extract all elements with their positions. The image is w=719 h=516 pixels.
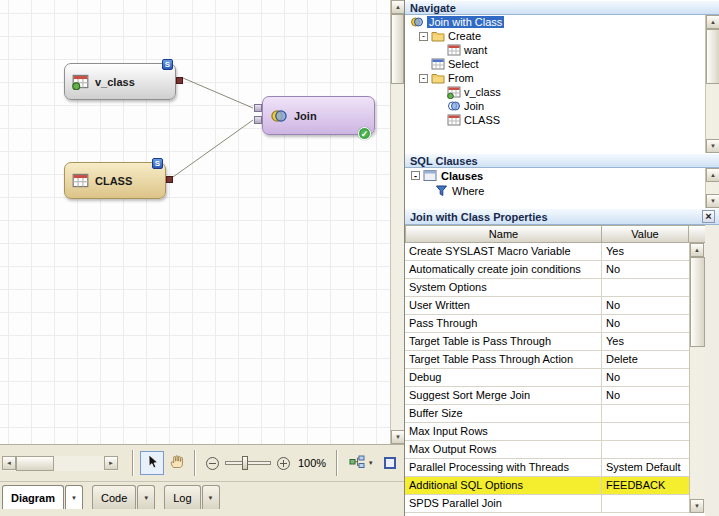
scroll-up-icon[interactable] (706, 15, 719, 29)
property-value[interactable]: Yes (602, 243, 689, 260)
table-icon (447, 113, 461, 127)
table-row[interactable]: Max Input Rows (405, 423, 689, 441)
table-row[interactable]: Target Table is Pass Through Yes (405, 333, 689, 351)
table-row[interactable]: Pass Through No (405, 315, 689, 333)
pan-tool-button[interactable] (164, 451, 188, 475)
output-port[interactable] (176, 77, 183, 84)
property-value[interactable]: Yes (602, 333, 689, 350)
tree-item-create[interactable]: Create (405, 29, 705, 43)
scrollbar-track[interactable] (16, 456, 104, 471)
tree-item-label: From (448, 72, 474, 84)
table-row[interactable]: Parallel Processing with Threads System … (405, 459, 689, 477)
collapse-icon[interactable] (411, 171, 420, 180)
scroll-down-icon[interactable] (706, 139, 719, 153)
canvas-horizontal-scrollbar[interactable] (2, 456, 118, 471)
properties-scrollbar[interactable] (689, 243, 705, 513)
hand-icon (169, 454, 184, 472)
table-row[interactable]: Debug No (405, 369, 689, 387)
scroll-down-icon[interactable] (706, 194, 719, 208)
scrollbar-thumb[interactable] (391, 14, 404, 84)
table-row-highlighted[interactable]: Additional SQL Options FEEDBACK (405, 477, 689, 495)
output-port[interactable] (166, 176, 173, 183)
node-join[interactable]: Join (262, 96, 375, 135)
table-row[interactable]: Create SYSLAST Macro Variable Yes (405, 243, 689, 261)
scrollbar-track[interactable] (391, 14, 404, 430)
tab-code[interactable]: Code (92, 485, 136, 509)
property-value[interactable] (602, 405, 689, 422)
table-row[interactable]: Buffer Size (405, 405, 689, 423)
scroll-down-icon[interactable] (690, 499, 704, 513)
tree-item-where[interactable]: Where (405, 183, 705, 198)
sql-clauses-scrollbar[interactable] (705, 168, 719, 208)
scroll-up-icon[interactable] (690, 243, 704, 257)
property-value[interactable]: No (602, 261, 689, 278)
tree-item-class[interactable]: CLASS (405, 113, 705, 127)
property-value[interactable]: System Default (602, 459, 689, 476)
property-value[interactable]: No (602, 369, 689, 386)
tab-diagram-menu[interactable] (65, 485, 83, 509)
scrollbar-track[interactable] (706, 182, 719, 194)
column-header-name[interactable]: Name (405, 225, 602, 243)
tab-log[interactable]: Log (164, 485, 200, 509)
tree-item-want[interactable]: want (405, 43, 705, 57)
canvas-toolbar: 100% (0, 444, 404, 481)
canvas-vertical-scrollbar[interactable] (390, 0, 404, 444)
node-class[interactable]: CLASS S (64, 162, 166, 199)
scroll-left-icon[interactable] (2, 456, 16, 470)
property-value[interactable]: No (602, 387, 689, 404)
tree-item-from[interactable]: From (405, 71, 705, 85)
property-name: Target Table Pass Through Action (405, 351, 602, 368)
collapse-icon[interactable] (419, 74, 428, 83)
property-value[interactable] (602, 279, 689, 296)
node-v-class[interactable]: v_class S (64, 63, 176, 100)
zoom-slider[interactable] (225, 461, 271, 465)
property-value[interactable]: Delete (602, 351, 689, 368)
scrollbar-thumb[interactable] (706, 29, 719, 84)
table-row[interactable]: Target Table Pass Through Action Delete (405, 351, 689, 369)
tab-log-menu[interactable] (202, 485, 220, 509)
property-value[interactable] (602, 441, 689, 458)
tree-item-select[interactable]: Select (405, 57, 705, 71)
scrollbar-thumb[interactable] (16, 456, 54, 471)
table-row[interactable]: Max Output Rows (405, 441, 689, 459)
input-port-2[interactable] (254, 116, 262, 124)
navigate-scrollbar[interactable] (705, 15, 719, 153)
zoom-slider-thumb[interactable] (242, 456, 248, 470)
zoom-out-button[interactable] (206, 457, 219, 470)
property-value[interactable]: FEEDBACK (602, 477, 689, 494)
table-row[interactable]: Automatically create join conditions No (405, 261, 689, 279)
tree-item-clauses[interactable]: Clauses (405, 168, 705, 183)
table-row[interactable]: System Options (405, 279, 689, 297)
column-header-value[interactable]: Value (602, 225, 689, 243)
property-value[interactable] (602, 423, 689, 440)
property-value[interactable]: No (602, 315, 689, 332)
input-port-1[interactable] (254, 104, 262, 112)
tree-item-join[interactable]: Join (405, 99, 705, 113)
close-icon[interactable] (702, 210, 715, 223)
table-row[interactable]: Suggest Sort Merge Join No (405, 387, 689, 405)
chevron-down-icon (368, 460, 374, 466)
tree-item-v-class[interactable]: v_class (405, 85, 705, 99)
table-row[interactable]: SPDS Parallel Join (405, 495, 689, 513)
scroll-down-icon[interactable] (391, 430, 405, 444)
scroll-up-icon[interactable] (706, 168, 719, 182)
select-grid-icon (431, 57, 445, 71)
collapse-icon[interactable] (419, 32, 428, 41)
property-value[interactable] (602, 495, 689, 512)
scroll-right-icon[interactable] (104, 456, 118, 470)
select-tool-button[interactable] (140, 451, 164, 475)
auto-layout-button[interactable] (344, 451, 378, 475)
tab-diagram[interactable]: Diagram (2, 485, 64, 509)
scroll-up-icon[interactable] (391, 0, 405, 14)
diagram-canvas[interactable]: v_class S CLASS S (0, 0, 390, 444)
overview-button[interactable] (378, 451, 402, 475)
table-row[interactable]: User Written No (405, 297, 689, 315)
property-value[interactable]: No (602, 297, 689, 314)
scrollbar-track[interactable] (706, 29, 719, 139)
tree-item-join-with-class[interactable]: Join with Class (405, 15, 705, 29)
scrollbar-track[interactable] (690, 257, 705, 499)
scrollbar-thumb[interactable] (690, 257, 705, 347)
folder-icon (431, 30, 445, 42)
zoom-in-button[interactable] (277, 457, 290, 470)
tab-code-menu[interactable] (137, 485, 155, 509)
